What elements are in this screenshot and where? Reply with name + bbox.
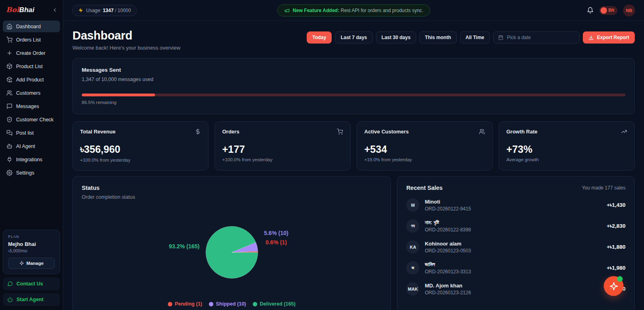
- filter-today[interactable]: Today: [307, 31, 332, 44]
- home-icon: [6, 23, 12, 29]
- manage-plan-button[interactable]: Manage: [8, 258, 55, 269]
- sidebar-item-orders-list[interactable]: Orders List: [3, 34, 60, 46]
- filter-all-time[interactable]: All Time: [460, 31, 490, 44]
- date-picker-input[interactable]: [507, 35, 574, 40]
- sale-amount: +৳1,980: [607, 265, 625, 271]
- stat-title: Growth Rate: [506, 129, 537, 135]
- sidebar-collapse-button[interactable]: [52, 7, 58, 13]
- usage-pill: Usage: 1347 / 10000: [72, 5, 137, 16]
- sidebar-nav: Dashboard Orders List Create Order Produ…: [3, 21, 60, 179]
- recent-sales-caption: You made 177 sales: [582, 185, 625, 191]
- sale-row[interactable]: MAK MD. Ajom khan ORD-20260123-2126 +৳1,…: [406, 282, 625, 295]
- sidebar-item-create-order[interactable]: Create Order: [3, 47, 60, 59]
- logo-row: BolBhai: [3, 0, 60, 19]
- sidebar-item-customers[interactable]: Customers: [3, 87, 60, 99]
- plug-icon: [6, 156, 12, 162]
- plan-name: Mejho Bhai: [8, 241, 55, 247]
- pie-chart-svg: [204, 225, 259, 280]
- filter-this-month[interactable]: This month: [419, 31, 457, 44]
- messages-sent-title: Messages Sent: [82, 67, 625, 73]
- status-subtitle: Order completion status: [82, 194, 382, 200]
- filter-last-7-days[interactable]: Last 7 days: [335, 31, 372, 44]
- sidebar-item-settings[interactable]: Settings: [3, 167, 60, 179]
- filter-last-30-days[interactable]: Last 30 days: [376, 31, 416, 44]
- stat-value: +534: [364, 144, 485, 155]
- language-badge: BN: [609, 8, 614, 12]
- sale-amount: +৳2,830: [607, 223, 625, 229]
- bot-icon: [6, 143, 12, 149]
- sale-customer-name: MD. Ajom khan: [425, 283, 471, 289]
- sparkles-icon: [609, 281, 619, 291]
- sidebar-item-label: Add Product: [16, 77, 44, 83]
- download-icon: [588, 35, 594, 40]
- stat-caption: +19.0% from yesterday: [364, 157, 485, 162]
- stat-title: Orders: [222, 129, 239, 135]
- page-header: Dashboard Welcome back! Here's your busi…: [72, 29, 635, 51]
- message-circle-icon: [7, 281, 13, 287]
- sidebar-item-label: Create Order: [16, 50, 45, 56]
- status-title: Status: [82, 185, 382, 191]
- sale-customer-name: নাম: বৃষ্টি: [425, 219, 471, 226]
- sale-row[interactable]: নব নাম: বৃষ্টি ORD-20260122-8398 +৳2,830: [406, 219, 625, 233]
- active-customers-card: Active Customers +534 +19.0% from yester…: [357, 121, 493, 171]
- sidebar-item-customer-check[interactable]: Customer Check: [3, 114, 60, 125]
- sidebar-item-integrations[interactable]: Integrations: [3, 154, 60, 165]
- sale-row[interactable]: জ জামিল ORD-20260123-3313 +৳1,980: [406, 261, 625, 275]
- sidebar-item-messages[interactable]: Messages: [3, 100, 60, 112]
- power-icon: [7, 297, 13, 302]
- date-picker[interactable]: [493, 31, 580, 44]
- sidebar-item-add-product[interactable]: Add Product: [3, 74, 60, 85]
- sale-customer-name: Kohinoor alam: [425, 241, 471, 247]
- page-header-text: Dashboard Welcome back! Here's your busi…: [72, 29, 180, 51]
- sparkles-icon: [19, 261, 24, 266]
- sidebar-item-label: Customers: [16, 90, 40, 96]
- user-avatar[interactable]: NB: [623, 4, 635, 17]
- sidebar-item-product-list[interactable]: Product List: [3, 60, 60, 72]
- sale-order-id: ORD-20260123-0503: [425, 248, 471, 254]
- stat-value: +177: [222, 144, 343, 155]
- sale-order-id: ORD-20260122-9415: [425, 206, 471, 212]
- sidebar-item-label: Messages: [16, 104, 39, 109]
- language-toggle-knob: [601, 7, 607, 14]
- bottom-grid: Status Order completion status 93.2% (16…: [72, 176, 635, 310]
- pie-label-pending: 0.6% (1): [266, 239, 287, 246]
- calendar-icon: [498, 35, 503, 40]
- plan-card: PLAN Mejho Bhai ৳5,000/mo Manage: [3, 230, 60, 274]
- sidebar-item-label: Integrations: [16, 157, 42, 162]
- main-area: Usage: 1347 / 10000 New Feature Added: R…: [63, 0, 644, 310]
- sale-row[interactable]: KA Kohinoor alam ORD-20260123-0503 +৳1,8…: [406, 240, 625, 254]
- sidebar-item-post-list[interactable]: Post list: [3, 127, 60, 139]
- notifications-button[interactable]: [587, 7, 594, 14]
- contact-us-button[interactable]: Contact Us: [3, 277, 60, 290]
- contact-us-label: Contact Us: [17, 281, 43, 287]
- export-report-label: Export Report: [597, 35, 629, 40]
- stat-caption: +100.0% from yesterday: [80, 158, 201, 162]
- brand-logo: BolBhai: [6, 6, 34, 14]
- legend-item-delivered: Delivered (165): [253, 301, 295, 307]
- sidebar-item-dashboard[interactable]: Dashboard: [3, 21, 60, 32]
- messages-sent-subtitle: 1,347 of 10,000 messages used: [82, 77, 625, 82]
- avatar: MAK: [406, 282, 419, 295]
- legend-dot-delivered: [253, 302, 257, 306]
- order-status-pie-chart: 93.2% (165) 5.6% (10) 0.6% (1) Pending (…: [82, 202, 382, 310]
- sale-order-id: ORD-20260123-2126: [425, 290, 471, 295]
- start-agent-button[interactable]: Start Agent: [3, 293, 60, 306]
- recent-sales-title: Recent Sales: [406, 185, 442, 191]
- sidebar-item-label: Settings: [16, 170, 34, 176]
- growth-rate-card: Growth Rate +73% Average growth: [499, 121, 635, 171]
- sidebar-footer: PLAN Mejho Bhai ৳5,000/mo Manage Contact…: [3, 230, 60, 310]
- avatar: KA: [406, 240, 419, 254]
- package-icon: [6, 63, 12, 69]
- usage-progress-fill: [82, 94, 155, 96]
- total-revenue-card: Total Revenue ৳356,960 +100.0% from yest…: [72, 121, 208, 171]
- language-toggle[interactable]: BN: [599, 6, 617, 15]
- export-report-button[interactable]: Export Report: [583, 31, 635, 44]
- stats-grid: Total Revenue ৳356,960 +100.0% from yest…: [72, 121, 635, 171]
- pie-label-delivered: 93.2% (165): [169, 243, 199, 250]
- ai-assistant-fab[interactable]: [604, 276, 623, 296]
- sidebar-item-ai-agent[interactable]: AI Agent: [3, 140, 60, 152]
- sale-row[interactable]: M Minoti ORD-20260122-9415 +৳1,430: [406, 198, 625, 212]
- users-icon: [6, 90, 12, 96]
- message-square-icon: [6, 103, 12, 109]
- users-icon: [479, 129, 485, 135]
